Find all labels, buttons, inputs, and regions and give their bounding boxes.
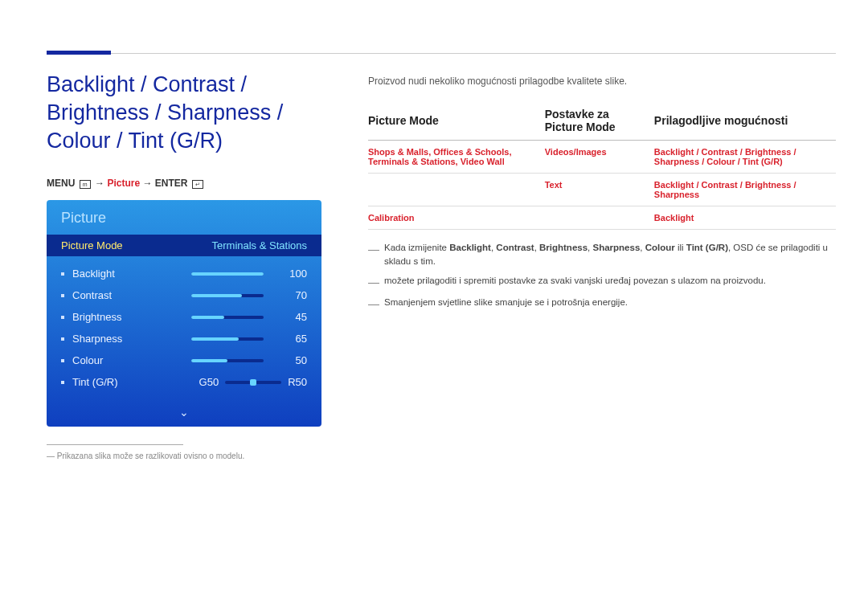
note-item: ―možete prilagoditi i spremiti postavke … xyxy=(368,274,836,291)
arrow-icon: → xyxy=(95,178,104,189)
cell-adjustable: Backlight / Contrast / Brightness / Shar… xyxy=(654,141,836,174)
bullet-icon xyxy=(61,337,64,341)
slider-value: 65 xyxy=(275,333,307,345)
slider-label: Contrast xyxy=(72,289,191,301)
osd-slider-sharpness[interactable]: Sharpness65 xyxy=(61,328,307,349)
osd-picture-mode-label: Picture Mode xyxy=(61,239,123,251)
table-body: Shops & Malls, Offices & Schools, Termin… xyxy=(368,141,836,230)
note-text: Kada izmijenite Backlight, Contrast, Bri… xyxy=(384,241,836,269)
dash-icon: ― xyxy=(368,296,384,313)
slider-track[interactable] xyxy=(191,337,264,341)
slider-track[interactable] xyxy=(191,294,264,297)
left-column: Backlight / Contrast / Brightness / Shar… xyxy=(47,71,328,460)
cell-picture-mode: Shops & Malls, Offices & Schools, Termin… xyxy=(368,141,545,174)
table-row: Shops & Malls, Offices & Schools, Termin… xyxy=(368,141,836,174)
slider-track[interactable] xyxy=(191,316,264,319)
slider-track[interactable] xyxy=(191,359,264,362)
osd-title: Picture xyxy=(47,200,321,235)
enter-icon: ↵ xyxy=(192,180,203,189)
options-table: Picture Mode Postavke za Picture Mode Pr… xyxy=(368,101,836,230)
slider-track[interactable] xyxy=(191,272,264,276)
slider-value: 50 xyxy=(275,354,307,366)
arrow-icon: → xyxy=(142,178,152,189)
osd-picture-mode-value: Terminals & Stations xyxy=(212,239,308,251)
osd-tint-row[interactable]: Tint (G/R)G50R50 xyxy=(61,371,307,393)
breadcrumb: MENU m → Picture → ENTER ↵ xyxy=(47,178,328,189)
table-row: CalibrationBacklight xyxy=(368,206,836,230)
chevron-down-icon[interactable]: ⌄ xyxy=(47,403,321,427)
breadcrumb-menu: MENU xyxy=(47,178,75,189)
bullet-icon xyxy=(61,359,64,362)
header-accent xyxy=(47,51,111,55)
th-picture-mode: Picture Mode xyxy=(368,101,545,141)
description: Proizvod nudi nekoliko mogućnosti prilag… xyxy=(368,76,836,87)
slider-label: Backlight xyxy=(72,268,191,280)
table-row: TextBacklight / Contrast / Brightness / … xyxy=(368,174,836,206)
slider-label: Colour xyxy=(72,354,191,366)
slider-value: 45 xyxy=(275,311,307,323)
osd-slider-backlight[interactable]: Backlight100 xyxy=(61,263,307,284)
osd-panel: Picture Picture Mode Terminals & Station… xyxy=(47,200,321,427)
osd-slider-contrast[interactable]: Contrast70 xyxy=(61,284,307,306)
osd-list: Backlight100Contrast70Brightness45Sharpn… xyxy=(47,256,321,403)
tint-label: Tint (G/R) xyxy=(72,376,199,388)
osd-slider-brightness[interactable]: Brightness45 xyxy=(61,306,307,328)
note-item: ―Kada izmijenite Backlight, Contrast, Br… xyxy=(368,241,836,269)
cell-adjustable: Backlight / Contrast / Brightness / Shar… xyxy=(654,174,836,206)
slider-label: Brightness xyxy=(72,311,191,323)
footnote-rule xyxy=(47,444,183,445)
tint-r-value: R50 xyxy=(288,376,307,388)
cell-picture-mode: Calibration xyxy=(368,206,545,230)
right-column: Proizvod nudi nekoliko mogućnosti prilag… xyxy=(368,71,836,460)
bullet-icon xyxy=(61,316,64,319)
note-text: Smanjenjem svjetline slike smanjuje se i… xyxy=(384,296,628,313)
osd-slider-colour[interactable]: Colour50 xyxy=(61,349,307,371)
dash-icon: ― xyxy=(368,241,384,269)
note-text: možete prilagoditi i spremiti postavke z… xyxy=(384,274,766,291)
cell-setting xyxy=(545,206,654,230)
slider-value: 70 xyxy=(275,289,307,301)
tint-g-value: G50 xyxy=(199,376,219,388)
notes: ―Kada izmijenite Backlight, Contrast, Br… xyxy=(368,241,836,313)
tint-slider[interactable] xyxy=(225,381,281,384)
th-settings: Postavke za Picture Mode xyxy=(545,101,654,141)
bullet-icon xyxy=(61,272,64,276)
cell-setting: Text xyxy=(545,174,654,206)
footnote: ― Prikazana slika može se razlikovati ov… xyxy=(47,452,328,460)
cell-adjustable: Backlight xyxy=(654,206,836,230)
breadcrumb-enter: ENTER xyxy=(155,178,188,189)
slider-value: 100 xyxy=(275,268,307,280)
dash-icon: ― xyxy=(368,274,384,291)
osd-selected-row[interactable]: Picture Mode Terminals & Stations xyxy=(47,235,321,256)
header-divider xyxy=(47,53,836,54)
page-wrapper: Backlight / Contrast / Brightness / Shar… xyxy=(0,0,868,460)
main-heading: Backlight / Contrast / Brightness / Shar… xyxy=(47,71,328,155)
breadcrumb-picture: Picture xyxy=(107,178,140,189)
bullet-icon xyxy=(61,381,64,384)
slider-label: Sharpness xyxy=(72,333,191,345)
cell-picture-mode xyxy=(368,174,545,206)
th-adjustable: Prilagodljive mogućnosti xyxy=(654,101,836,141)
menu-icon: m xyxy=(80,180,91,189)
bullet-icon xyxy=(61,294,64,297)
footnote-text: Prikazana slika može se razlikovati ovis… xyxy=(57,452,244,460)
cell-setting: Videos/Images xyxy=(545,141,654,174)
note-item: ―Smanjenjem svjetline slike smanjuje se … xyxy=(368,296,836,313)
